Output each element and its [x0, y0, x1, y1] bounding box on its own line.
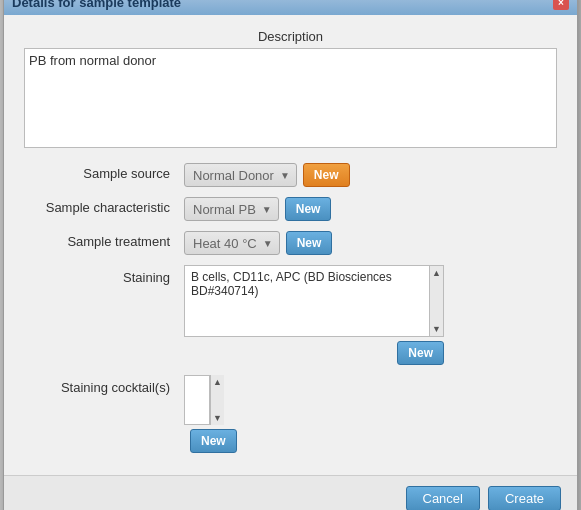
cocktail-listbox[interactable] [184, 375, 210, 425]
staining-new-row: New [184, 341, 444, 365]
sample-source-value: Normal Donor [193, 168, 274, 183]
staining-scrollbar[interactable]: ▲ ▼ [429, 266, 443, 336]
cancel-button[interactable]: Cancel [406, 486, 480, 510]
dialog-content: Description Sample source Normal Donor ▼… [4, 15, 577, 475]
staining-cocktails-label: Staining cocktail(s) [24, 375, 184, 399]
close-button[interactable]: × [553, 0, 569, 10]
sample-characteristic-new-button[interactable]: New [285, 197, 332, 221]
sample-characteristic-row: Sample characteristic Normal PB ▼ New [24, 197, 557, 221]
sample-source-new-button[interactable]: New [303, 163, 350, 187]
staining-cocktails-row: Staining cocktail(s) ▲ ▼ New [24, 375, 557, 453]
sample-treatment-row: Sample treatment Heat 40 °C ▼ New [24, 231, 557, 255]
dialog-footer: Cancel Create [4, 475, 577, 510]
staining-value: B cells, CD11c, APC (BD Biosciences BD#3… [185, 266, 429, 302]
details-dialog: Details for sample template × Descriptio… [3, 0, 578, 510]
sample-source-controls: Normal Donor ▼ New [184, 163, 350, 187]
description-input[interactable] [24, 48, 557, 148]
description-section: Description [24, 29, 557, 163]
sample-source-select[interactable]: Normal Donor ▼ [184, 163, 297, 187]
cocktail-scrollbar[interactable]: ▲ ▼ [210, 375, 224, 425]
sample-characteristic-controls: Normal PB ▼ New [184, 197, 331, 221]
sample-treatment-select[interactable]: Heat 40 °C ▼ [184, 231, 280, 255]
description-label: Description [24, 29, 557, 44]
sample-characteristic-label: Sample characteristic [24, 197, 184, 219]
cocktail-area: ▲ ▼ [184, 375, 237, 425]
staining-cocktails-controls: ▲ ▼ New [184, 375, 237, 453]
cocktail-scroll-down-icon[interactable]: ▼ [213, 412, 222, 424]
sample-characteristic-value: Normal PB [193, 202, 256, 217]
sample-source-row: Sample source Normal Donor ▼ New [24, 163, 557, 187]
staining-label: Staining [24, 265, 184, 289]
sample-characteristic-select[interactable]: Normal PB ▼ [184, 197, 279, 221]
sample-source-label: Sample source [24, 163, 184, 185]
sample-characteristic-arrow-icon: ▼ [262, 204, 272, 215]
create-button[interactable]: Create [488, 486, 561, 510]
dialog-title: Details for sample template [12, 0, 181, 10]
sample-treatment-value: Heat 40 °C [193, 236, 257, 251]
cocktail-new-row: New [184, 429, 237, 453]
sample-treatment-new-button[interactable]: New [286, 231, 333, 255]
staining-cocktails-new-button[interactable]: New [190, 429, 237, 453]
staining-scroll-down-icon[interactable]: ▼ [432, 323, 441, 335]
staining-new-button[interactable]: New [397, 341, 444, 365]
staining-row: Staining B cells, CD11c, APC (BD Bioscie… [24, 265, 557, 365]
sample-treatment-controls: Heat 40 °C ▼ New [184, 231, 332, 255]
staining-listbox[interactable]: B cells, CD11c, APC (BD Biosciences BD#3… [184, 265, 444, 337]
dialog-title-bar: Details for sample template × [4, 0, 577, 15]
staining-scroll-up-icon[interactable]: ▲ [432, 267, 441, 279]
cocktail-scroll-up-icon[interactable]: ▲ [213, 376, 222, 388]
sample-source-arrow-icon: ▼ [280, 170, 290, 181]
sample-treatment-label: Sample treatment [24, 231, 184, 253]
staining-controls: B cells, CD11c, APC (BD Biosciences BD#3… [184, 265, 444, 365]
sample-treatment-arrow-icon: ▼ [263, 238, 273, 249]
